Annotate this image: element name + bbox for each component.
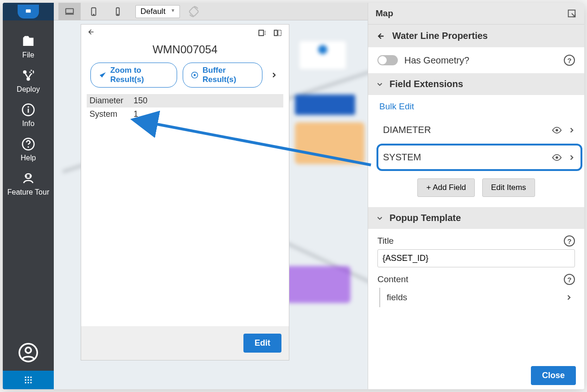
svg-rect-23 [66,8,74,13]
svg-point-20 [25,382,26,383]
svg-point-35 [555,129,558,132]
buffer-result-button[interactable]: Buffer Result(s) [183,63,262,88]
svg-point-14 [25,377,26,378]
field-extensions-header[interactable]: Field Extensions [368,73,584,95]
content-label: Content [377,274,564,285]
title-label: Title [377,236,564,246]
svg-rect-29 [259,30,263,36]
svg-point-6 [27,106,29,107]
svg-point-10 [26,176,27,177]
device-tablet-button[interactable] [83,3,105,20]
svg-point-22 [30,382,32,383]
field-extension-item-diameter[interactable]: DIAMETER [379,118,580,142]
svg-point-19 [30,379,32,380]
add-field-button[interactable]: + Add Field [417,178,475,197]
popup-back-button[interactable] [86,27,95,38]
svg-point-3 [26,77,30,81]
sidebar-item-deploy[interactable]: Deploy [17,69,40,94]
edit-items-button[interactable]: Edit Items [482,178,535,197]
dock-left-icon[interactable] [255,26,268,39]
svg-rect-30 [274,30,278,36]
svg-point-16 [30,377,32,378]
svg-rect-31 [278,30,281,36]
svg-point-18 [27,379,29,380]
help-icon[interactable]: ? [564,235,575,247]
svg-rect-0 [26,9,31,13]
edit-button[interactable]: Edit [243,334,281,353]
sidebar-label: File [22,51,34,59]
close-button[interactable]: Close [531,366,576,385]
sidebar-label: Deploy [17,85,40,94]
popout-icon[interactable] [567,8,577,19]
device-phone-button[interactable] [107,3,129,20]
has-geometry-toggle[interactable] [377,55,398,65]
zoom-to-result-button[interactable]: Zoom to Result(s) [90,63,177,88]
table-row: System 1 [87,107,283,121]
svg-point-33 [194,74,196,76]
help-icon[interactable]: ? [564,55,575,66]
config-back-button[interactable] [373,29,388,44]
help-icon[interactable]: ? [564,274,575,285]
brand-logo [3,3,54,20]
table-row: Diameter 150 [87,94,283,107]
field-extension-item-system[interactable]: SYSTEM [376,144,582,171]
eye-icon [552,152,562,163]
dock-split-icon[interactable] [271,26,284,39]
svg-point-21 [27,382,29,383]
theme-select[interactable]: Default [131,5,180,18]
svg-point-11 [29,176,31,177]
has-geometry-label: Has Geometry? [404,55,557,66]
svg-point-15 [27,377,29,378]
button-label: Zoom to Result(s) [110,66,169,84]
sidebar-item-file[interactable]: File [21,34,35,59]
apps-grid-button[interactable] [3,371,54,389]
svg-point-27 [117,14,118,14]
sidebar-item-feature-tour[interactable]: Feature Tour [7,171,49,196]
device-toolbar: Default [54,3,368,20]
sidebar-label: Feature Tour [7,188,49,196]
more-actions-button[interactable] [268,69,280,82]
bulk-edit-link[interactable]: Bulk Edit [368,95,584,118]
button-label: Buffer Result(s) [203,66,255,84]
config-subheader: Water Line Properties [368,24,584,47]
config-panel: Map Water Line Properties Has Geometry? … [368,3,584,389]
svg-point-8 [28,146,29,148]
eye-icon [552,125,562,135]
svg-point-36 [555,156,558,159]
attribute-table: Diameter 150 System 1 [81,94,289,121]
svg-point-17 [25,379,26,380]
svg-point-25 [93,14,94,14]
sidebar-item-help[interactable]: Help [21,137,36,162]
sidebar-label: Help [21,154,36,162]
account-button[interactable] [3,335,54,371]
sidebar-item-info[interactable]: Info [21,103,35,128]
popup-template-header[interactable]: Popup Template [368,207,584,229]
config-header: Map [368,3,584,24]
chevron-right-icon [565,293,573,302]
chevron-right-icon [568,153,576,162]
popup-title-input[interactable] [377,249,575,267]
result-popup: WMN007054 Zoom to Result(s) Buffer Resul… [81,24,289,360]
svg-point-1 [23,70,27,74]
svg-point-13 [26,348,31,353]
popup-title: WMN007054 [81,41,289,63]
chevron-right-icon [568,126,576,134]
svg-point-2 [30,70,34,74]
content-fields-row[interactable]: fields [379,288,575,307]
sidebar-label: Info [22,120,35,128]
device-desktop-button[interactable] [58,3,81,20]
sidebar: File Deploy Info Help Feature Tour [3,3,54,389]
svg-rect-5 [28,109,29,113]
rotate-device-button[interactable] [186,4,201,19]
